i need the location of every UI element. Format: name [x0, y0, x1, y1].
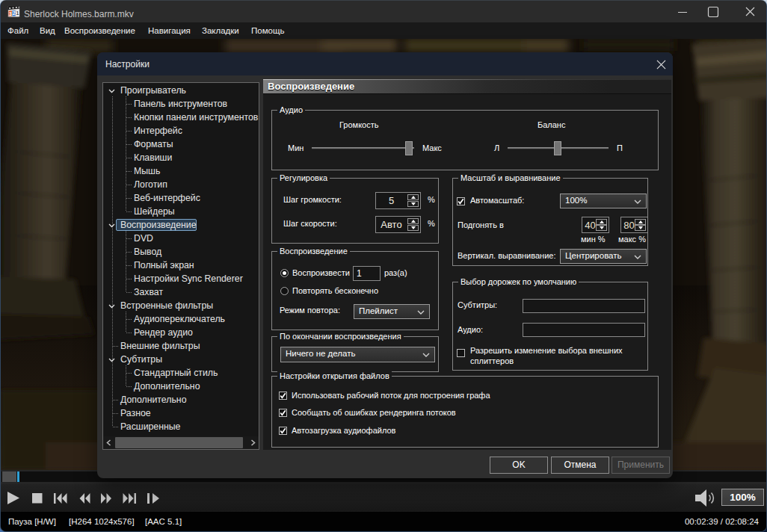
svg-text:2: 2 — [13, 10, 16, 16]
svg-text:3: 3 — [9, 11, 12, 16]
svg-text:1: 1 — [16, 10, 19, 16]
